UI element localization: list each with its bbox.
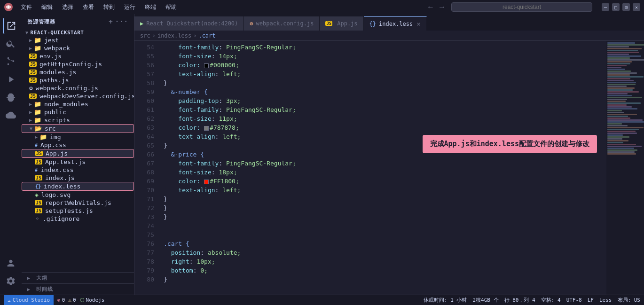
tab-index-less[interactable]: {} index.less × bbox=[364, 16, 427, 31]
folder-public[interactable]: ▶ 📁 public bbox=[22, 108, 134, 116]
file-gitignore[interactable]: ⚬ .gitignore bbox=[22, 215, 134, 223]
folder-node-modules[interactable]: ▶ 📁 node_modules bbox=[22, 100, 134, 108]
more-actions-icon[interactable]: ··· bbox=[115, 18, 128, 25]
menu-help[interactable]: 帮助 bbox=[162, 2, 181, 12]
file-logo-svg[interactable]: ◈ logo.svg bbox=[22, 191, 134, 199]
search-input[interactable] bbox=[451, 2, 592, 12]
file-webpack-config[interactable]: ⚙ webpack.config.js bbox=[22, 84, 134, 92]
file-index-less[interactable]: {} index.less bbox=[22, 182, 134, 191]
code-content[interactable]: font-family: PingFangSC-Regular; font-si… bbox=[158, 41, 606, 295]
menu-file[interactable]: 文件 bbox=[17, 2, 36, 12]
code-line-75 bbox=[164, 230, 606, 239]
sidebar-header: 资源管理器 + ··· bbox=[22, 14, 134, 29]
folder-scripts[interactable]: ▶ 📁 scripts bbox=[22, 116, 134, 124]
maximize-button[interactable]: □ bbox=[612, 3, 620, 11]
file-modules[interactable]: JS modules.js bbox=[22, 68, 134, 76]
code-line-56: color: #000000; bbox=[164, 61, 606, 70]
cloud-studio-label[interactable]: ☁ Cloud Studio bbox=[4, 295, 54, 305]
root-folder[interactable]: ▼ REACT-QUICKSTART bbox=[22, 29, 134, 36]
file-gethttps[interactable]: JS getHttpsConfig.js bbox=[22, 60, 134, 68]
extensions-icon[interactable] bbox=[3, 89, 19, 105]
file-paths[interactable]: JS paths.js bbox=[22, 76, 134, 84]
menu-view[interactable]: 查看 bbox=[79, 2, 98, 12]
code-editor[interactable]: 5455565758596061626364656667686970717273… bbox=[134, 41, 606, 295]
code-line-80: } bbox=[164, 275, 606, 284]
nodejs-icon: ⬡ bbox=[80, 297, 85, 303]
file-report-web[interactable]: JS reportWebVitals.js bbox=[22, 199, 134, 207]
breadcrumb-file[interactable]: index.less bbox=[157, 32, 191, 39]
tab-app-js[interactable]: JS App.js bbox=[320, 16, 363, 31]
run-debug-icon[interactable] bbox=[3, 71, 19, 87]
new-file-icon[interactable]: + bbox=[109, 18, 113, 25]
status-bar: ☁ Cloud Studio ⊗ 0 ⚠ 0 ⬡ Nodejs 休眠时间: 1 … bbox=[0, 295, 644, 305]
file-setup-tests[interactable]: JS setupTests.js bbox=[22, 207, 134, 215]
tab-react-quickstart[interactable]: ▶ React Quickstart(node:4200) bbox=[134, 16, 244, 31]
split-button[interactable]: ⊟ bbox=[622, 3, 630, 11]
code-line-58: } bbox=[164, 78, 606, 87]
tab-webpack-config[interactable]: ⚙ webpack.config.js bbox=[244, 16, 320, 31]
node-version[interactable]: ⬡ Nodejs bbox=[80, 297, 105, 303]
line-ending[interactable]: LF bbox=[588, 297, 594, 303]
menu-select[interactable]: 选择 bbox=[58, 2, 77, 12]
file-index-js[interactable]: JS index.js bbox=[22, 174, 134, 182]
search-icon[interactable] bbox=[3, 36, 19, 52]
code-line-61: font-family: PingFangSC-Regular; bbox=[164, 105, 606, 114]
breadcrumb: src › index.less › .cart bbox=[134, 31, 644, 41]
code-line-55: font-size: 14px; bbox=[164, 52, 606, 61]
spaces[interactable]: 空格: 4 bbox=[541, 297, 561, 304]
menu-goto[interactable]: 转到 bbox=[100, 2, 118, 12]
folder-src[interactable]: ▼ 📂 src bbox=[22, 124, 134, 133]
nav-forward-button[interactable]: → bbox=[438, 3, 446, 11]
code-line-68: font-size: 18px; bbox=[164, 168, 606, 177]
source-control-icon[interactable] bbox=[3, 54, 19, 70]
file-app-css[interactable]: # App.css bbox=[22, 141, 134, 149]
folder-jest[interactable]: ▶ 📁 jest bbox=[22, 36, 134, 44]
file-index-css[interactable]: # index.css bbox=[22, 166, 134, 174]
layout[interactable]: 布局: US bbox=[618, 297, 641, 304]
code-line-76: .cart { bbox=[164, 239, 606, 248]
code-line-71: } bbox=[164, 195, 606, 203]
activity-bar bbox=[0, 14, 22, 295]
file-app-test[interactable]: JS App.test.js bbox=[22, 158, 134, 166]
settings-icon[interactable] bbox=[3, 273, 19, 289]
code-line-67: font-family: PingFangSC-Regular; bbox=[164, 159, 606, 168]
line-numbers: 5455565758596061626364656667686970717273… bbox=[134, 41, 158, 295]
file-env-js[interactable]: JS env.js bbox=[22, 52, 134, 60]
menu-terminal[interactable]: 终端 bbox=[141, 2, 160, 12]
cursor-position[interactable]: 行 80，列 4 bbox=[504, 297, 535, 304]
folder-img[interactable]: ▶ 📁 img bbox=[22, 133, 134, 141]
breadcrumb-symbol[interactable]: .cart bbox=[198, 32, 215, 39]
file-app-js[interactable]: JS App.js bbox=[22, 149, 134, 158]
menu-bar: 文件 编辑 选择 查看 转到 运行 终端 帮助 bbox=[17, 2, 427, 12]
menu-edit[interactable]: 编辑 bbox=[38, 2, 56, 12]
close-button[interactable]: ✕ bbox=[633, 3, 640, 11]
language-mode[interactable]: Less bbox=[599, 297, 612, 303]
folder-webpack[interactable]: ▶ 📁 webpack bbox=[22, 44, 134, 52]
code-line-72: } bbox=[164, 203, 606, 212]
idle-time: 休眠时间: 1 小时 bbox=[424, 297, 467, 304]
code-line-69: color: #FF1800; bbox=[164, 177, 606, 186]
encoding[interactable]: UTF-8 bbox=[566, 297, 582, 303]
tab-bar: ▶ React Quickstart(node:4200) ⚙ webpack.… bbox=[134, 14, 644, 31]
explorer-icon[interactable] bbox=[3, 18, 19, 34]
nav-back-button[interactable]: ← bbox=[427, 3, 434, 11]
file-webpack-devserver[interactable]: JS webpackDevServer.config.js bbox=[22, 92, 134, 100]
tab-close-button[interactable]: × bbox=[416, 20, 420, 28]
minimize-button[interactable]: ─ bbox=[602, 3, 609, 11]
code-line-77: position: absolute; bbox=[164, 248, 606, 257]
title-bar: 文件 编辑 选择 查看 转到 运行 终端 帮助 ← → ─ □ ⊟ ✕ bbox=[0, 0, 644, 14]
window-controls: ─ □ ⊟ ✕ bbox=[602, 3, 640, 11]
breadcrumb-src[interactable]: src bbox=[140, 32, 150, 39]
code-line-63: color: #787878; bbox=[164, 123, 606, 132]
account-icon[interactable] bbox=[3, 255, 19, 271]
code-line-79: bottom: 0; bbox=[164, 266, 606, 275]
minimap bbox=[606, 41, 644, 295]
outline-section[interactable]: ▶ 大纲 bbox=[22, 272, 134, 283]
timeline-section[interactable]: ▶ 时间线 bbox=[22, 283, 134, 295]
cpu-memory: 2核4GB 个 bbox=[473, 297, 499, 304]
svg-point-1 bbox=[8, 6, 10, 8]
menu-run[interactable]: 运行 bbox=[120, 2, 139, 12]
error-count[interactable]: ⊗ 0 ⚠ 0 bbox=[57, 297, 76, 303]
cloud-deploy-icon[interactable] bbox=[3, 107, 19, 123]
warning-icon: ⚠ bbox=[68, 297, 71, 303]
